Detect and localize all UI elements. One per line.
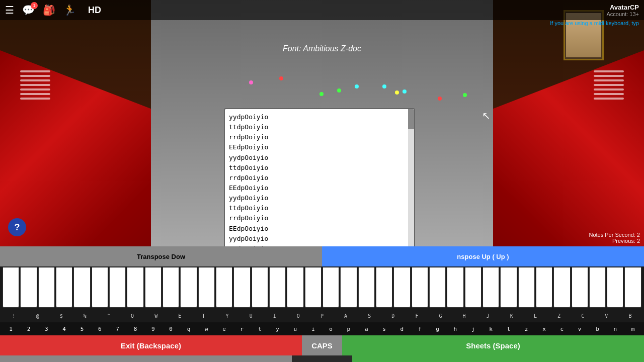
letter-key[interactable]: b: [589, 326, 606, 332]
symbol-key[interactable]: $: [49, 313, 73, 319]
piano-white-key[interactable]: [92, 267, 108, 308]
letter-key[interactable]: q: [180, 326, 197, 332]
letter-key[interactable]: l: [500, 326, 517, 332]
transpose-up-button[interactable]: nspose Up ( Up ): [322, 246, 644, 266]
letter-key[interactable]: j: [464, 326, 482, 332]
piano-white-key[interactable]: [109, 267, 126, 308]
symbol-key[interactable]: T: [192, 313, 215, 319]
symbol-key[interactable]: L: [523, 313, 547, 319]
letter-key[interactable]: 4: [55, 326, 73, 332]
symbol-key[interactable]: %: [73, 313, 97, 319]
letter-key[interactable]: d: [393, 326, 411, 332]
letter-key[interactable]: m: [624, 326, 641, 332]
piano-white-key[interactable]: [340, 267, 357, 308]
help-button[interactable]: ?: [8, 218, 26, 236]
piano-white-key[interactable]: [572, 267, 588, 308]
letter-key[interactable]: c: [553, 326, 571, 332]
piano-white-key[interactable]: [536, 267, 552, 308]
piano-white-key[interactable]: [20, 267, 37, 308]
symbol-key[interactable]: E: [168, 313, 192, 319]
symbol-key[interactable]: V: [595, 313, 618, 319]
symbol-key[interactable]: S: [358, 313, 381, 319]
piano-white-key[interactable]: [233, 267, 250, 308]
piano-white-key[interactable]: [3, 267, 19, 308]
letter-key[interactable]: f: [411, 326, 429, 332]
symbol-key[interactable]: B: [618, 313, 642, 319]
symbol-key[interactable]: H: [452, 313, 476, 319]
menu-icon[interactable]: ☰: [5, 4, 14, 16]
piano-white-key[interactable]: [553, 267, 570, 308]
piano-white-key[interactable]: [145, 267, 162, 308]
letter-key[interactable]: g: [429, 326, 446, 332]
piano-white-key[interactable]: [518, 267, 535, 308]
symbol-key[interactable]: !: [2, 313, 26, 319]
letter-key[interactable]: 1: [2, 326, 20, 332]
piano-white-key[interactable]: [429, 267, 446, 308]
piano-white-key[interactable]: [305, 267, 321, 308]
letter-key[interactable]: s: [375, 326, 393, 332]
symbol-key[interactable]: G: [429, 313, 452, 319]
scrollbar-thumb[interactable]: [408, 109, 414, 129]
piano-white-key[interactable]: [589, 267, 606, 308]
symbol-key[interactable]: K: [500, 313, 523, 319]
letter-key[interactable]: 8: [126, 326, 144, 332]
piano-white-key[interactable]: [482, 267, 499, 308]
piano-white-key[interactable]: [180, 267, 197, 308]
letter-key[interactable]: 2: [20, 326, 37, 332]
letter-key[interactable]: p: [340, 326, 357, 332]
letter-key[interactable]: 5: [73, 326, 91, 332]
piano-white-key[interactable]: [56, 267, 72, 308]
letter-key[interactable]: v: [571, 326, 589, 332]
symbol-key[interactable]: J: [476, 313, 500, 319]
piano-white-key[interactable]: [393, 267, 410, 308]
letter-key[interactable]: h: [446, 326, 464, 332]
letter-key[interactable]: y: [269, 326, 286, 332]
letter-key[interactable]: k: [482, 326, 500, 332]
letter-key[interactable]: t: [251, 326, 269, 332]
piano-white-key[interactable]: [447, 267, 463, 308]
letter-key[interactable]: 0: [162, 326, 180, 332]
piano-white-key[interactable]: [269, 267, 286, 308]
symbol-key[interactable]: Z: [547, 313, 571, 319]
piano-white-key[interactable]: [73, 267, 90, 308]
piano-white-key[interactable]: [38, 267, 55, 308]
symbol-key[interactable]: A: [334, 313, 358, 319]
symbol-key[interactable]: I: [263, 313, 286, 319]
symbol-key[interactable]: W: [144, 313, 168, 319]
letter-key[interactable]: e: [215, 326, 233, 332]
chat-icon[interactable]: 💬 1: [22, 4, 35, 16]
letter-key[interactable]: x: [535, 326, 553, 332]
symbol-key[interactable]: F: [405, 313, 429, 319]
letter-key[interactable]: i: [304, 326, 322, 332]
piano-white-key[interactable]: [624, 267, 641, 308]
piano-white-key[interactable]: [252, 267, 268, 308]
symbol-key[interactable]: C: [571, 313, 595, 319]
piano-white-key[interactable]: [376, 267, 392, 308]
piano-white-key[interactable]: [465, 267, 481, 308]
symbol-key[interactable]: P: [310, 313, 334, 319]
piano-white-key[interactable]: [163, 267, 179, 308]
piano-white-key[interactable]: [127, 267, 143, 308]
letter-key[interactable]: r: [233, 326, 251, 332]
letter-key[interactable]: w: [198, 326, 215, 332]
caps-button[interactable]: CAPS: [302, 335, 342, 355]
letter-key[interactable]: u: [286, 326, 304, 332]
volume-up-button[interactable]: Volume Up (Right): [352, 355, 644, 362]
piano-white-key[interactable]: [216, 267, 232, 308]
letter-key[interactable]: z: [518, 326, 535, 332]
piano-white-key[interactable]: [287, 267, 303, 308]
symbol-key[interactable]: Y: [215, 313, 239, 319]
letter-key[interactable]: 7: [109, 326, 126, 332]
letter-key[interactable]: n: [606, 326, 624, 332]
piano-white-key[interactable]: [323, 267, 339, 308]
bag-icon[interactable]: 🎒: [43, 4, 55, 16]
exit-button[interactable]: Exit (Backspace): [0, 335, 302, 355]
symbol-key[interactable]: U: [239, 313, 263, 319]
piano-white-key[interactable]: [412, 267, 428, 308]
piano-white-key[interactable]: [607, 267, 623, 308]
piano-white-key[interactable]: [358, 267, 375, 308]
letter-key[interactable]: 9: [144, 326, 162, 332]
volume-down-button[interactable]: Volume Down (Left): [0, 355, 292, 362]
transpose-down-button[interactable]: Transpose Dow: [0, 246, 322, 266]
letter-key[interactable]: 3: [38, 326, 55, 332]
